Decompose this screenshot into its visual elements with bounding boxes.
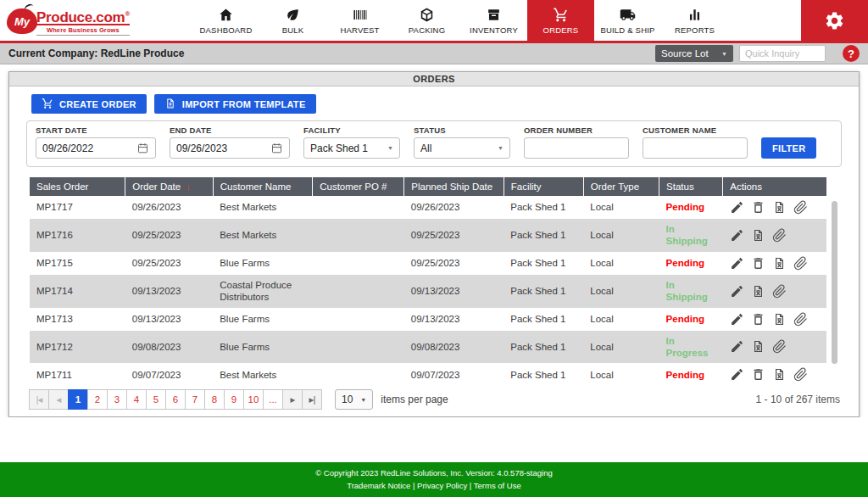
nav-item-harvest[interactable]: HARVEST <box>326 0 393 41</box>
status-badge: Pending <box>659 308 723 331</box>
order-number-label: ORDER NUMBER <box>524 126 629 135</box>
page-10-button[interactable]: 10 <box>243 389 264 410</box>
facility-cell: Pack Shed 1 <box>504 331 583 364</box>
customer-name-cell: Blue Farms <box>213 331 313 364</box>
end-date-input[interactable]: 09/26/2023 <box>170 137 290 159</box>
customer-name-input[interactable] <box>643 137 748 159</box>
settings-button[interactable] <box>801 0 868 43</box>
attach-icon[interactable] <box>793 312 808 327</box>
sales-order-cell: MP1714 <box>30 275 125 308</box>
filter-field-order-number: ORDER NUMBER <box>524 126 629 159</box>
page-size-select[interactable]: 10 ▼ <box>335 389 373 410</box>
footer-link-trademark-notice[interactable]: Trademark Notice <box>347 481 410 490</box>
page-8-button[interactable]: 8 <box>204 389 225 410</box>
edit-icon[interactable] <box>730 284 744 299</box>
column-header-facility[interactable]: Facility <box>504 177 583 196</box>
delete-icon[interactable] <box>751 367 765 382</box>
page-3-button[interactable]: 3 <box>107 389 127 410</box>
attach-icon[interactable] <box>772 284 787 299</box>
excel-icon[interactable] <box>751 339 765 354</box>
table-body: MP171709/26/2023Best Markets09/26/2023Pa… <box>30 196 826 382</box>
filter-field-facility: FACILITYPack Shed 1▼ <box>303 126 400 159</box>
edit-icon[interactable] <box>730 339 744 354</box>
attach-icon[interactable] <box>772 339 787 354</box>
nav-item-label: REPORTS <box>675 25 715 35</box>
column-header-actions[interactable]: Actions <box>723 177 826 196</box>
bin-icon <box>486 7 502 23</box>
page-4-button[interactable]: 4 <box>126 389 147 410</box>
excel-icon[interactable] <box>772 312 787 327</box>
footer-link-privacy-policy[interactable]: Privacy Policy <box>417 481 467 490</box>
delete-icon[interactable] <box>751 200 765 215</box>
nav-item-label: PACKING <box>409 25 445 35</box>
excel-icon[interactable] <box>772 256 787 271</box>
page-ellipsis[interactable]: ... <box>263 389 283 410</box>
planned-ship-date-cell: 09/26/2023 <box>404 196 504 219</box>
actions-cell <box>723 219 826 252</box>
planned-ship-date-cell: 09/25/2023 <box>404 252 504 275</box>
create-order-button[interactable]: CREATE ORDER <box>31 94 147 114</box>
nav-item-orders[interactable]: ORDERS <box>527 0 594 43</box>
leaf-icon <box>285 7 301 23</box>
column-header-sales-order[interactable]: Sales Order <box>30 177 125 196</box>
page-prev-button[interactable]: ◂ <box>48 389 69 410</box>
column-header-planned-ship-date[interactable]: Planned Ship Date <box>404 177 504 196</box>
edit-icon[interactable] <box>730 367 744 382</box>
status-badge: In Progress <box>659 331 723 364</box>
page-2-button[interactable]: 2 <box>87 389 108 410</box>
edit-icon[interactable] <box>730 228 744 243</box>
filter-button[interactable]: FILTER <box>761 137 816 159</box>
actions-cell <box>723 331 826 364</box>
column-header-customer-po[interactable]: Customer PO # <box>313 177 404 196</box>
table-scrollbar[interactable] <box>832 201 837 364</box>
excel-icon[interactable] <box>751 228 765 243</box>
nav-item-bulk[interactable]: BULK <box>259 0 326 41</box>
facility-select[interactable]: Pack Shed 1▼ <box>303 137 400 159</box>
nav-item-reports[interactable]: REPORTS <box>661 0 728 41</box>
page-next-button[interactable]: ▸ <box>282 389 303 410</box>
page-last-button[interactable]: ▸| <box>302 389 322 410</box>
page-7-button[interactable]: 7 <box>185 389 205 410</box>
footer-link-terms-of-use[interactable]: Terms of Use <box>474 481 521 490</box>
order-number-input[interactable] <box>524 137 629 159</box>
page-5-button[interactable]: 5 <box>146 389 166 410</box>
edit-icon[interactable] <box>730 256 744 271</box>
column-header-order-type[interactable]: Order Type <box>583 177 659 196</box>
status-select[interactable]: All▼ <box>414 137 510 159</box>
excel-icon[interactable] <box>772 200 787 215</box>
edit-icon[interactable] <box>730 200 744 215</box>
facility-label: FACILITY <box>303 126 400 135</box>
start-date-input[interactable]: 09/26/2022 <box>36 137 156 159</box>
attach-icon[interactable] <box>793 200 808 215</box>
nav-item-inventory[interactable]: INVENTORY <box>460 0 527 41</box>
column-header-status[interactable]: Status <box>659 177 723 196</box>
attach-icon[interactable] <box>793 256 808 271</box>
table-row-mp1712: MP171209/08/2023Blue Farms09/08/2023Pack… <box>30 331 826 364</box>
excel-icon[interactable] <box>751 284 765 299</box>
myproduce-logo[interactable]: My Produce.com® Where Business Grows <box>0 0 138 41</box>
inquiry-type-dropdown[interactable]: Source Lot ▼ <box>655 45 733 62</box>
page-1-button[interactable]: 1 <box>68 389 88 410</box>
nav-item-packing[interactable]: PACKING <box>393 0 460 41</box>
nav-item-build-ship[interactable]: BUILD & SHIP <box>594 0 661 41</box>
barcode-icon <box>352 7 368 23</box>
quick-inquiry-input[interactable] <box>739 45 826 62</box>
delete-icon[interactable] <box>751 312 765 327</box>
page-6-button[interactable]: 6 <box>165 389 186 410</box>
nav-item-dashboard[interactable]: DASHBOARD <box>192 0 259 41</box>
delete-icon[interactable] <box>751 256 765 271</box>
order-date-cell: 09/07/2023 <box>125 363 213 382</box>
orders-panel: ORDERS CREATE ORDER IMPORT FROM TEMPLATE… <box>8 71 860 417</box>
actions-cell <box>723 252 826 275</box>
sales-order-cell: MP1716 <box>30 219 125 252</box>
help-button[interactable]: ? <box>843 45 860 62</box>
import-from-template-button[interactable]: IMPORT FROM TEMPLATE <box>154 94 316 114</box>
column-header-customer-name[interactable]: Customer Name <box>213 177 313 196</box>
attach-icon[interactable] <box>793 367 808 382</box>
column-header-order-date[interactable]: Order Date↓ <box>125 177 213 196</box>
page-first-button[interactable]: |◂ <box>29 389 49 410</box>
excel-icon[interactable] <box>772 367 787 382</box>
attach-icon[interactable] <box>772 228 787 243</box>
page-9-button[interactable]: 9 <box>224 389 244 410</box>
edit-icon[interactable] <box>730 312 744 327</box>
